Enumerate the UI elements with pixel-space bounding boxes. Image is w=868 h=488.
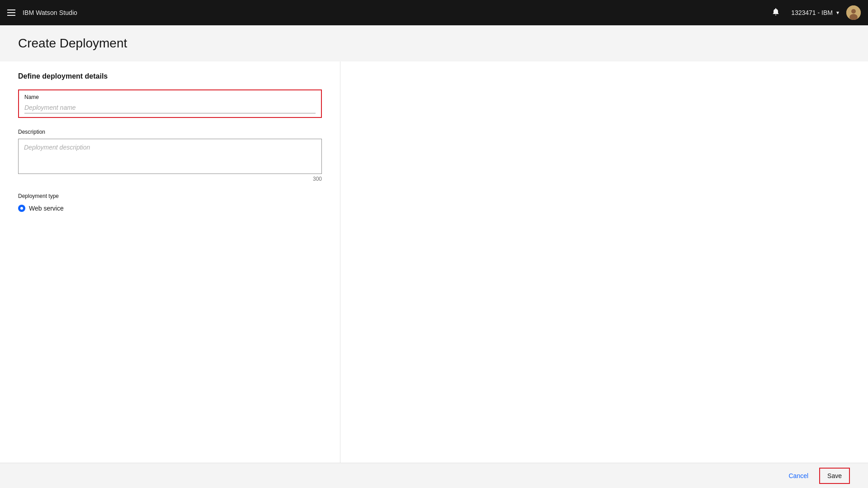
topbar-right: 1323471 - IBM ▾ [768,4,861,22]
avatar-image [846,5,861,20]
description-textarea[interactable] [19,139,321,172]
web-service-label: Web service [29,205,64,212]
web-service-option[interactable]: Web service [18,205,322,212]
app-title: IBM Watson Studio [23,9,77,16]
name-field-group: Name [18,89,322,118]
hamburger-menu-icon[interactable] [7,9,15,16]
description-label: Description [18,129,322,135]
form-section-title: Define deployment details [18,61,322,89]
main-content: Create Deployment Define deployment deta… [0,25,868,488]
form-right-panel [340,61,868,488]
notification-icon[interactable] [768,4,784,22]
name-input[interactable] [24,102,316,113]
page-footer: Cancel Save [0,463,868,488]
description-field-group: Description 300 [18,129,322,182]
account-info[interactable]: 1323471 - IBM ▾ [788,7,843,18]
radio-dot-web-service [18,205,25,212]
page-title: Create Deployment [18,36,850,51]
topbar: IBM Watson Studio 1323471 - IBM ▾ [0,0,868,25]
chevron-down-icon: ▾ [836,9,839,16]
page-header: Create Deployment [0,25,868,51]
char-count: 300 [18,176,322,182]
name-field-wrapper: Name [18,89,322,118]
deployment-type-group: Deployment type Web service [18,193,322,212]
cancel-button[interactable]: Cancel [781,468,816,484]
form-container: Define deployment details Name Descripti… [0,61,868,488]
form-left-panel: Define deployment details Name Descripti… [0,61,340,488]
account-name: 1323471 - IBM [791,9,833,16]
deployment-type-label: Deployment type [18,193,322,199]
avatar[interactable] [846,5,861,20]
save-button[interactable]: Save [819,468,850,484]
svg-point-1 [851,9,856,14]
description-wrapper [18,139,322,174]
topbar-left: IBM Watson Studio [7,9,77,16]
name-label: Name [24,94,316,100]
